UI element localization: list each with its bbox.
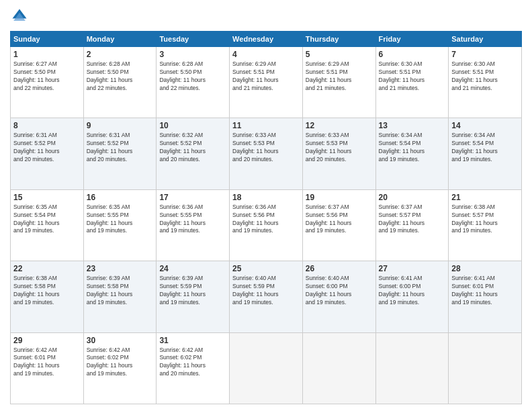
day-info: Sunrise: 6:39 AMSunset: 5:59 PMDaylight:…: [159, 275, 226, 307]
day-number: 30: [87, 336, 154, 345]
day-info: Sunrise: 6:31 AMSunset: 5:52 PMDaylight:…: [13, 132, 81, 164]
day-info: Sunrise: 6:42 AMSunset: 6:02 PMDaylight:…: [159, 347, 226, 379]
day-info: Sunrise: 6:36 AMSunset: 5:56 PMDaylight:…: [232, 203, 300, 236]
table-row: 21Sunrise: 6:38 AMSunset: 5:57 PMDayligh…: [449, 189, 522, 261]
table-row: 8Sunrise: 6:31 AMSunset: 5:52 PMDaylight…: [11, 118, 84, 189]
day-number: 12: [306, 121, 373, 130]
day-info: Sunrise: 6:38 AMSunset: 5:57 PMDaylight:…: [451, 203, 519, 236]
logo-icon: [10, 7, 29, 26]
day-info: Sunrise: 6:41 AMSunset: 6:01 PMDaylight:…: [451, 275, 519, 307]
table-row: 19Sunrise: 6:37 AMSunset: 5:56 PMDayligh…: [302, 189, 375, 261]
table-row: 15Sunrise: 6:35 AMSunset: 5:54 PMDayligh…: [11, 189, 84, 261]
table-row: 17Sunrise: 6:36 AMSunset: 5:55 PMDayligh…: [157, 189, 230, 261]
day-info: Sunrise: 6:36 AMSunset: 5:55 PMDaylight:…: [159, 203, 226, 236]
table-row: 26Sunrise: 6:40 AMSunset: 6:00 PMDayligh…: [302, 261, 375, 332]
table-row: 11Sunrise: 6:33 AMSunset: 5:53 PMDayligh…: [230, 118, 303, 189]
day-number: 20: [379, 193, 446, 202]
day-number: 3: [159, 50, 226, 59]
table-row: 9Sunrise: 6:31 AMSunset: 5:52 PMDaylight…: [83, 118, 157, 189]
day-info: Sunrise: 6:30 AMSunset: 5:51 PMDaylight:…: [379, 60, 446, 93]
day-number: 25: [232, 264, 300, 273]
day-number: 10: [159, 121, 226, 130]
day-info: Sunrise: 6:40 AMSunset: 5:59 PMDaylight:…: [232, 275, 300, 307]
day-number: 11: [232, 121, 300, 130]
day-info: Sunrise: 6:27 AMSunset: 5:50 PMDaylight:…: [13, 60, 81, 93]
table-row: 2Sunrise: 6:28 AMSunset: 5:50 PMDaylight…: [83, 47, 157, 118]
header: [10, 7, 522, 26]
day-info: Sunrise: 6:42 AMSunset: 6:01 PMDaylight:…: [13, 347, 81, 379]
day-number: 16: [87, 193, 154, 202]
table-row: 10Sunrise: 6:32 AMSunset: 5:52 PMDayligh…: [157, 118, 230, 189]
day-number: 17: [159, 193, 226, 202]
col-saturday: Saturday: [449, 32, 522, 47]
day-number: 23: [87, 264, 154, 273]
calendar-week-row: 15Sunrise: 6:35 AMSunset: 5:54 PMDayligh…: [11, 189, 522, 261]
table-row: 24Sunrise: 6:39 AMSunset: 5:59 PMDayligh…: [157, 261, 230, 332]
table-row: 4Sunrise: 6:29 AMSunset: 5:51 PMDaylight…: [230, 47, 303, 118]
col-tuesday: Tuesday: [157, 32, 230, 47]
day-info: Sunrise: 6:41 AMSunset: 6:00 PMDaylight:…: [379, 275, 446, 307]
day-number: 18: [232, 193, 300, 202]
day-info: Sunrise: 6:38 AMSunset: 5:58 PMDaylight:…: [13, 275, 81, 307]
table-row: 27Sunrise: 6:41 AMSunset: 6:00 PMDayligh…: [375, 261, 449, 332]
table-row: 28Sunrise: 6:41 AMSunset: 6:01 PMDayligh…: [449, 261, 522, 332]
table-row: 30Sunrise: 6:42 AMSunset: 6:02 PMDayligh…: [83, 332, 157, 404]
col-sunday: Sunday: [11, 32, 84, 47]
day-info: Sunrise: 6:29 AMSunset: 5:51 PMDaylight:…: [306, 60, 373, 93]
day-number: 8: [13, 121, 81, 130]
day-info: Sunrise: 6:39 AMSunset: 5:58 PMDaylight:…: [87, 275, 154, 307]
calendar-page: Sunday Monday Tuesday Wednesday Thursday…: [0, 0, 532, 411]
calendar-header-row: Sunday Monday Tuesday Wednesday Thursday…: [11, 32, 522, 47]
day-number: 19: [306, 193, 373, 202]
day-number: 2: [87, 50, 154, 59]
table-row: 5Sunrise: 6:29 AMSunset: 5:51 PMDaylight…: [302, 47, 375, 118]
table-row: 1Sunrise: 6:27 AMSunset: 5:50 PMDaylight…: [11, 47, 84, 118]
calendar-table: Sunday Monday Tuesday Wednesday Thursday…: [10, 31, 522, 404]
day-info: Sunrise: 6:32 AMSunset: 5:52 PMDaylight:…: [159, 132, 226, 164]
table-row: 22Sunrise: 6:38 AMSunset: 5:58 PMDayligh…: [11, 261, 84, 332]
col-thursday: Thursday: [302, 32, 375, 47]
day-info: Sunrise: 6:34 AMSunset: 5:54 PMDaylight:…: [379, 132, 446, 164]
col-monday: Monday: [83, 32, 157, 47]
col-wednesday: Wednesday: [230, 32, 303, 47]
calendar-week-row: 1Sunrise: 6:27 AMSunset: 5:50 PMDaylight…: [11, 47, 522, 118]
day-info: Sunrise: 6:30 AMSunset: 5:51 PMDaylight:…: [451, 60, 519, 93]
day-number: 7: [451, 50, 519, 59]
day-number: 5: [306, 50, 373, 59]
day-info: Sunrise: 6:31 AMSunset: 5:52 PMDaylight:…: [87, 132, 154, 164]
table-row: 12Sunrise: 6:33 AMSunset: 5:53 PMDayligh…: [302, 118, 375, 189]
day-info: Sunrise: 6:42 AMSunset: 6:02 PMDaylight:…: [87, 347, 154, 379]
day-number: 28: [451, 264, 519, 273]
day-number: 14: [451, 121, 519, 130]
day-info: Sunrise: 6:33 AMSunset: 5:53 PMDaylight:…: [232, 132, 300, 164]
day-info: Sunrise: 6:34 AMSunset: 5:54 PMDaylight:…: [451, 132, 519, 164]
calendar-week-row: 8Sunrise: 6:31 AMSunset: 5:52 PMDaylight…: [11, 118, 522, 189]
col-friday: Friday: [375, 32, 449, 47]
table-row: 14Sunrise: 6:34 AMSunset: 5:54 PMDayligh…: [449, 118, 522, 189]
table-row: 6Sunrise: 6:30 AMSunset: 5:51 PMDaylight…: [375, 47, 449, 118]
logo: [10, 7, 32, 26]
day-number: 31: [159, 336, 226, 345]
calendar-week-row: 22Sunrise: 6:38 AMSunset: 5:58 PMDayligh…: [11, 261, 522, 332]
day-info: Sunrise: 6:37 AMSunset: 5:56 PMDaylight:…: [306, 203, 373, 236]
day-number: 21: [451, 193, 519, 202]
day-number: 6: [379, 50, 446, 59]
day-info: Sunrise: 6:35 AMSunset: 5:55 PMDaylight:…: [87, 203, 154, 236]
table-row: 25Sunrise: 6:40 AMSunset: 5:59 PMDayligh…: [230, 261, 303, 332]
day-info: Sunrise: 6:33 AMSunset: 5:53 PMDaylight:…: [306, 132, 373, 164]
day-info: Sunrise: 6:28 AMSunset: 5:50 PMDaylight:…: [87, 60, 154, 93]
table-row: 23Sunrise: 6:39 AMSunset: 5:58 PMDayligh…: [83, 261, 157, 332]
table-row: 29Sunrise: 6:42 AMSunset: 6:01 PMDayligh…: [11, 332, 84, 404]
day-number: 4: [232, 50, 300, 59]
table-row: 7Sunrise: 6:30 AMSunset: 5:51 PMDaylight…: [449, 47, 522, 118]
day-number: 22: [13, 264, 81, 273]
day-number: 15: [13, 193, 81, 202]
table-row: [449, 332, 522, 404]
table-row: 31Sunrise: 6:42 AMSunset: 6:02 PMDayligh…: [157, 332, 230, 404]
table-row: 3Sunrise: 6:28 AMSunset: 5:50 PMDaylight…: [157, 47, 230, 118]
day-info: Sunrise: 6:35 AMSunset: 5:54 PMDaylight:…: [13, 203, 81, 236]
day-number: 24: [159, 264, 226, 273]
table-row: 18Sunrise: 6:36 AMSunset: 5:56 PMDayligh…: [230, 189, 303, 261]
table-row: 20Sunrise: 6:37 AMSunset: 5:57 PMDayligh…: [375, 189, 449, 261]
table-row: [375, 332, 449, 404]
